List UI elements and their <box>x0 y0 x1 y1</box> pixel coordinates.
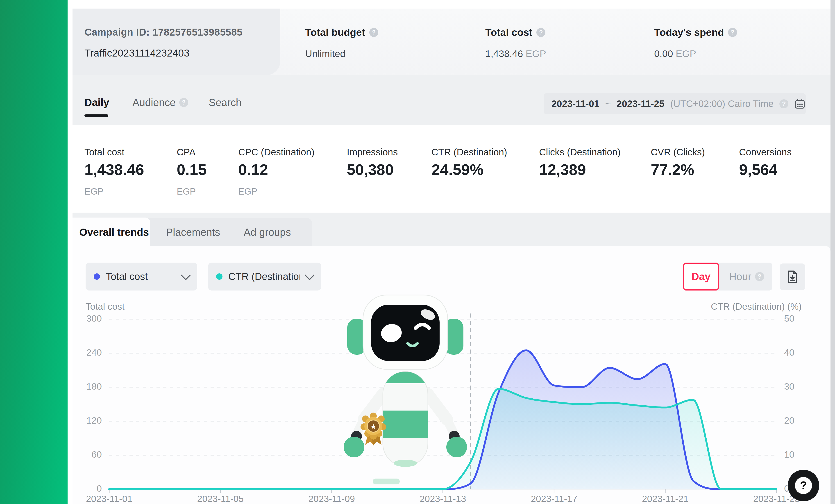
robot-mascot-illustration: ★ <box>315 269 495 491</box>
metric-value: 9,564 <box>739 161 777 178</box>
metric-value: 1,438.46 <box>84 161 144 178</box>
metric-selector-1[interactable]: Total cost <box>86 263 197 290</box>
export-report-button[interactable] <box>780 263 805 290</box>
hour-button[interactable]: Hour <box>720 263 772 290</box>
left-axis-tick: 240 <box>57 347 102 358</box>
stat-value: 0.00 <box>654 48 673 59</box>
svg-text:★: ★ <box>370 422 377 430</box>
metric-label: CPC (Destination) <box>238 147 314 158</box>
tab-ad-groups[interactable]: Ad groups <box>244 226 291 238</box>
download-report-icon <box>786 270 799 284</box>
metrics-summary-card: Total cost1,438.46EGPCPA0.15EGPCPC (Dest… <box>73 125 831 213</box>
metric-label: Impressions <box>347 147 398 158</box>
tab-audience-label: Audience <box>133 96 176 108</box>
brand-sidebar <box>0 0 67 504</box>
active-tab-underline <box>84 115 108 117</box>
page-edge-gutter[interactable] <box>831 0 835 504</box>
tab-daily[interactable]: Daily <box>84 96 109 108</box>
left-axis-tick: 300 <box>57 313 102 324</box>
stat-label: Today's spend <box>654 26 724 38</box>
award-badge: ★ <box>361 412 386 446</box>
timezone-label: (UTC+02:00) Cairo Time <box>670 98 774 109</box>
right-axis-tick: 30 <box>784 381 794 392</box>
stat-total-cost: Total cost 1,438.46 EGP <box>485 26 546 59</box>
tab-daily-label: Daily <box>84 96 109 108</box>
metric-value: 77.2% <box>651 161 694 178</box>
help-icon[interactable] <box>755 272 764 281</box>
series-color-dot <box>216 274 223 280</box>
metric-label: CVR (Clicks) <box>651 147 705 158</box>
help-icon[interactable] <box>369 28 378 37</box>
chevron-down-icon <box>181 270 191 280</box>
hour-label: Hour <box>729 270 751 283</box>
date-end: 2023-11-25 <box>616 98 665 109</box>
right-axis-tick: 20 <box>784 415 794 426</box>
stat-label: Total budget <box>305 26 365 38</box>
metric-label: Total cost <box>84 147 124 158</box>
help-icon[interactable] <box>179 98 188 107</box>
date-start: 2023-11-01 <box>551 98 599 109</box>
metric-value: 0.15 <box>177 161 206 178</box>
date-separator: ~ <box>605 98 611 109</box>
campaign-dashboard: Campaign ID: 1782576513985585 Traffic202… <box>0 0 835 504</box>
left-axis-tick: 120 <box>57 415 102 426</box>
help-icon[interactable] <box>728 28 737 37</box>
stat-unit: EGP <box>526 48 546 59</box>
left-axis-tick: 0 <box>57 483 102 494</box>
metric-label: CPA <box>177 147 196 158</box>
metric-value: 50,380 <box>347 161 394 178</box>
sidebar-divider <box>67 0 73 504</box>
campaign-id: Campaign ID: 1782576513985585 <box>84 26 243 38</box>
help-icon[interactable] <box>779 99 788 108</box>
tab-placements[interactable]: Placements <box>166 226 220 238</box>
right-axis-tick: 50 <box>784 313 794 324</box>
x-axis-tick: 2023-11-01 <box>73 493 145 504</box>
selector-label: Total cost <box>106 271 148 282</box>
stat-value: Unlimited <box>305 48 345 59</box>
x-axis-tick: 2023-11-17 <box>518 493 590 504</box>
stat-label: Total cost <box>485 26 532 38</box>
metric-label: Clicks (Destination) <box>539 147 620 158</box>
help-fab-button[interactable]: ? <box>788 470 819 501</box>
series-color-dot <box>94 274 100 280</box>
metric-value: 12,389 <box>539 161 586 178</box>
stat-value: 1,438.46 <box>485 48 523 59</box>
campaign-name: Traffic20231114232403 <box>84 47 189 59</box>
chevron-down-icon <box>305 270 314 280</box>
campaign-id-card <box>73 8 280 75</box>
metric-value: 0.12 <box>238 161 268 178</box>
right-axis-tick: 40 <box>784 347 794 358</box>
x-axis-tick: 2023-11-21 <box>629 493 701 504</box>
left-axis-tick: 60 <box>57 449 102 460</box>
x-axis-tick: 2023-11-13 <box>407 493 479 504</box>
stat-unit: EGP <box>676 48 696 59</box>
right-axis-tick: 10 <box>784 449 794 460</box>
help-icon[interactable] <box>536 28 545 37</box>
tab-search[interactable]: Search <box>209 96 242 108</box>
metric-unit: EGP <box>238 186 257 197</box>
tab-overall-trends-label[interactable]: Overall trends <box>79 226 149 238</box>
x-axis-tick: 2023-11-05 <box>184 493 257 504</box>
metric-label: CTR (Destination) <box>431 147 507 158</box>
stat-todays-spend: Today's spend 0.00 EGP <box>654 26 737 59</box>
metric-selector-2[interactable]: CTR (Destination <box>208 263 321 290</box>
left-axis-title: Total cost <box>86 301 124 312</box>
top-strip <box>73 0 831 8</box>
metric-unit: EGP <box>84 186 103 197</box>
day-button[interactable]: Day <box>683 263 719 290</box>
tab-audience[interactable]: Audience <box>133 96 188 108</box>
question-mark-icon: ? <box>800 479 807 492</box>
selector-label: CTR (Destination <box>228 271 300 282</box>
metric-value: 24.59% <box>431 161 484 178</box>
right-axis-title: CTR (Destination) (%) <box>676 301 802 312</box>
metric-label: Conversions <box>739 147 792 158</box>
calendar-icon[interactable] <box>794 98 806 109</box>
left-axis-tick: 180 <box>57 381 102 392</box>
tab-search-label: Search <box>209 96 242 108</box>
metric-unit: EGP <box>177 186 196 197</box>
day-label: Day <box>692 270 711 283</box>
date-range-picker[interactable]: 2023-11-01 ~ 2023-11-25 (UTC+02:00) Cair… <box>544 93 806 115</box>
stat-total-budget: Total budget Unlimited <box>305 26 378 59</box>
x-axis-tick: 2023-11-09 <box>296 493 368 504</box>
